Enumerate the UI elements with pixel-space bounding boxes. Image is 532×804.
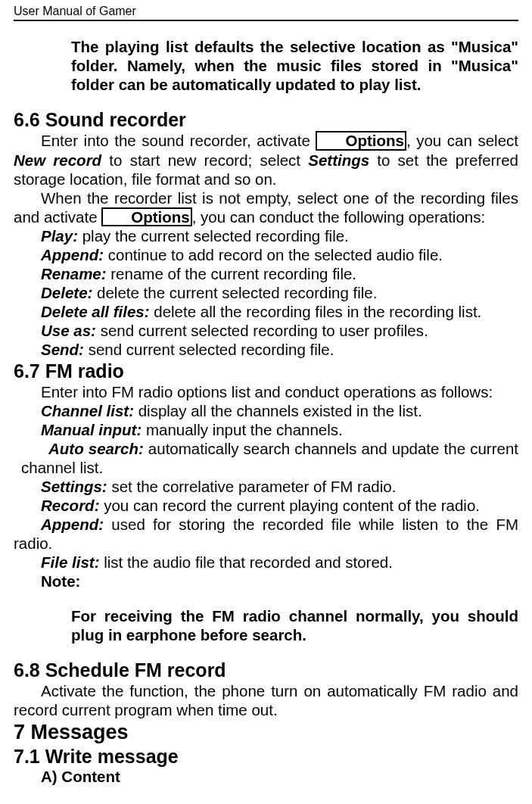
heading-6-6: 6.6 Sound recorder <box>14 109 518 131</box>
text: send current selected recording file. <box>84 341 334 358</box>
s67-record: Record: you can record the current playi… <box>14 496 518 515</box>
s67-manual: Manual input: manually input the channel… <box>14 420 518 439</box>
label: Manual input: <box>41 421 142 438</box>
settings: Settings <box>308 151 369 169</box>
text: delete all the recording files in the re… <box>150 303 482 320</box>
text: you can record the current playing conte… <box>99 497 480 514</box>
text: Enter into the sound recorder, activate <box>41 132 316 149</box>
s66-send: Send: send current selected recording fi… <box>14 340 518 359</box>
label: Append: <box>41 246 104 263</box>
heading-7: 7 Messages <box>14 721 518 744</box>
label: Use as: <box>41 322 96 339</box>
text: set the correlative parameter of FM radi… <box>107 478 397 495</box>
label: Delete all files: <box>41 303 150 320</box>
label: Delete: <box>41 284 92 301</box>
heading-6-8: 6.8 Schedule FM record <box>14 659 518 681</box>
s66-deleteall: Delete all files: delete all the recordi… <box>14 302 518 321</box>
text: send current selected recording to user … <box>96 322 428 339</box>
label: Channel list: <box>41 402 134 419</box>
page-header: User Manual of Gamer <box>14 5 518 21</box>
options-box: Options <box>316 131 406 151</box>
s66-p2: When the recorder list is not empty, sel… <box>14 189 518 227</box>
s67-append: Append: used for storing the recorded fi… <box>14 515 518 553</box>
s67-p1: Enter into FM radio options list and con… <box>14 382 518 401</box>
s67-filelist: File list: list the audio file that reco… <box>14 553 518 572</box>
label: File list: <box>41 553 99 571</box>
text: to start new record; select <box>101 151 308 169</box>
label: Play: <box>41 227 78 245</box>
text: display all the channels existed in the … <box>134 402 422 419</box>
label: Record: <box>41 497 99 514</box>
text: manually input the channels. <box>142 421 343 438</box>
text: list the audio file that recorded and st… <box>99 553 392 571</box>
s67-auto: Auto search: automatically search channe… <box>21 439 518 477</box>
heading-7-1: 7.1 Write message <box>14 746 518 768</box>
label: Settings: <box>41 478 107 495</box>
s66-useas: Use as: send current selected recording … <box>14 321 518 340</box>
note-label: Note: <box>14 572 518 591</box>
s66-p1: Enter into the sound recorder, activate … <box>14 131 518 189</box>
label: Send: <box>41 341 84 358</box>
s66-append: Append: continue to add record on the se… <box>14 245 518 264</box>
s71-p1: The edit method of content is text editi… <box>14 802 518 804</box>
options-box: Options <box>101 207 191 227</box>
label: Rename: <box>41 265 107 282</box>
s67-channellist: Channel list: display all the channels e… <box>14 401 518 420</box>
new-record: New record <box>14 151 101 169</box>
text: , you can select <box>406 132 518 149</box>
header-title: User Manual of Gamer <box>14 5 136 18</box>
heading-6-7: 6.7 FM radio <box>14 360 518 382</box>
s66-play: Play: play the current selected recordin… <box>14 226 518 245</box>
text: continue to add record on the selected a… <box>104 246 443 263</box>
label: Auto search: <box>48 440 144 457</box>
subheading-a-content: A) Content <box>41 768 518 786</box>
intro-note: The playing list defaults the selective … <box>71 37 518 94</box>
s67-settings: Settings: set the correlative parameter … <box>14 477 518 496</box>
s66-rename: Rename: rename of the current recording … <box>14 264 518 283</box>
page: User Manual of Gamer The playing list de… <box>0 0 532 804</box>
text: rename of the current recording file. <box>107 265 356 282</box>
text: play the current selected recording file… <box>78 227 349 245</box>
s66-delete: Delete: delete the current selected reco… <box>14 283 518 302</box>
s68-p1: Activate the function, the phone turn on… <box>14 681 518 719</box>
text: delete the current selected recording fi… <box>92 284 377 301</box>
text: , you can conduct the following operatio… <box>192 208 485 226</box>
note-text: For receiving the FM radio channel norma… <box>71 606 518 644</box>
label: Append: <box>41 516 104 533</box>
